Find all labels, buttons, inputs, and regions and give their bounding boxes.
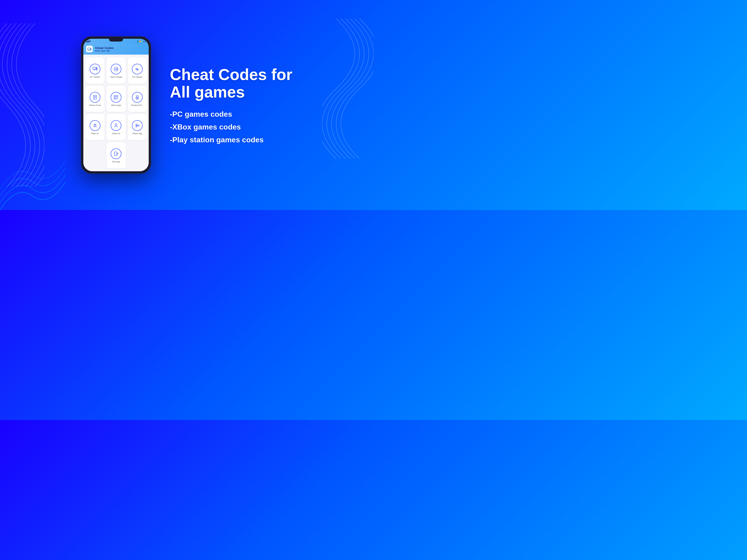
svg-rect-29	[114, 95, 115, 97]
menu-item-xbox-cheats[interactable]: Xbox Cheats	[106, 57, 126, 84]
app-menu-grid: PC Cheats	[83, 55, 149, 171]
app-header-icon	[86, 46, 93, 52]
phone-notch	[109, 39, 123, 42]
svg-point-5	[89, 41, 91, 42]
terms-icon	[89, 92, 100, 103]
privacy-label: Privacy Pol...	[131, 104, 144, 106]
app-header-text: Cheat Codes Brain Apps Ville	[95, 46, 113, 52]
svg-rect-15	[96, 69, 97, 70]
features-list: -PC games codes -XBox games codes -Play …	[170, 110, 292, 144]
menu-item-more-apps[interactable]: More Apps	[106, 86, 126, 112]
xbox-cheats-label: Xbox Cheats	[110, 76, 122, 78]
app-header: Cheat Codes Brain Apps Ville	[83, 44, 149, 55]
svg-point-4	[89, 41, 91, 42]
svg-point-39	[136, 126, 137, 127]
phone-screen: 🔵 📶 🔋 9:07 C	[83, 39, 149, 171]
app-title: Cheat Codes	[95, 46, 113, 50]
about-icon	[111, 120, 121, 131]
about-label: About us	[112, 132, 121, 135]
svg-rect-1	[87, 41, 88, 43]
feature-ps: -Play station games codes	[170, 136, 292, 144]
svg-point-21	[117, 69, 117, 70]
svg-rect-11	[93, 67, 96, 69]
more-apps-icon	[111, 92, 121, 103]
headline: Cheat Codes for All games	[170, 66, 292, 101]
status-bar-right: 🔵 📶 🔋 9:07	[137, 41, 146, 42]
pc-cheats-label: PC Cheats	[90, 76, 100, 78]
menu-item-share[interactable]: Share App	[128, 114, 147, 140]
exit-icon	[111, 149, 121, 159]
menu-item-exit[interactable]: Exit App	[106, 142, 126, 168]
menu-item-rate[interactable]: Rate us	[85, 114, 105, 140]
menu-item-terms[interactable]: Terms of use	[85, 86, 105, 112]
xbox-cheats-icon	[111, 64, 121, 75]
more-apps-label: More Apps	[111, 104, 121, 106]
svg-point-38	[136, 124, 137, 125]
terms-label: Terms of use	[89, 104, 101, 106]
svg-rect-12	[96, 67, 97, 69]
ps-cheats-label: PS Cheats	[132, 76, 143, 78]
exit-label: Exit App	[112, 161, 120, 163]
svg-point-35	[137, 98, 138, 99]
right-content: Cheat Codes for All games -PC games code…	[170, 66, 292, 144]
svg-rect-31	[114, 98, 115, 99]
app-subtitle: Brain Apps Ville	[95, 50, 113, 52]
pc-cheats-icon	[89, 64, 100, 75]
rate-label: Rate us	[91, 132, 99, 135]
status-bar-left	[86, 40, 92, 43]
privacy-icon	[132, 92, 143, 103]
svg-line-41	[137, 125, 138, 125]
headline-line1: Cheat Codes for	[170, 65, 292, 83]
menu-item-about[interactable]: About us	[106, 114, 126, 140]
phone-mockup: 🔵 📶 🔋 9:07 C	[81, 36, 151, 174]
rate-icon	[89, 120, 100, 131]
svg-line-42	[137, 126, 138, 126]
menu-item-pc-cheats[interactable]: PC Cheats	[85, 57, 105, 84]
phone-outer: 🔵 📶 🔋 9:07 C	[81, 36, 151, 174]
svg-point-37	[115, 124, 117, 125]
menu-item-privacy[interactable]: Privacy Pol...	[128, 86, 147, 112]
feature-xbox: -XBox games codes	[170, 123, 292, 131]
main-container: 🔵 📶 🔋 9:07 C	[81, 36, 292, 174]
headline-line2: All games	[170, 83, 244, 101]
share-label: Share App	[132, 132, 142, 135]
svg-rect-2	[88, 41, 89, 43]
menu-item-ps-cheats[interactable]: PS Cheats	[128, 57, 147, 84]
share-icon	[132, 120, 143, 131]
svg-rect-30	[117, 95, 118, 97]
feature-pc: -PC games codes	[170, 110, 292, 118]
svg-point-10	[91, 49, 91, 49]
ps-cheats-icon	[132, 64, 143, 75]
svg-point-40	[138, 125, 139, 126]
svg-rect-0	[86, 41, 87, 43]
